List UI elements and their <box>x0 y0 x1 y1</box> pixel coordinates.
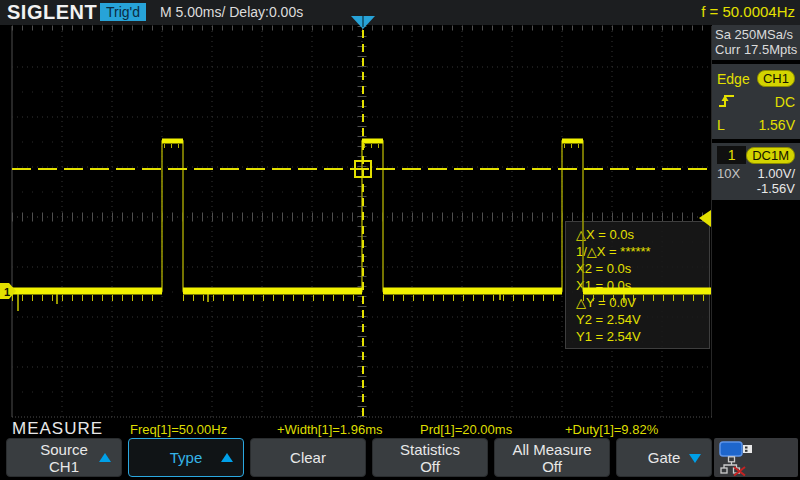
menu-button-label: Type <box>170 449 203 466</box>
oscilloscope-screen: △X = 0.0s1/△X = ******X2 = 0.0sX1 = 0.0s… <box>0 0 800 480</box>
menu-button-statistics[interactable]: StatisticsOff <box>372 438 488 477</box>
channel-coupling-badge: DC1M <box>746 147 795 164</box>
menu-button-clear[interactable]: Clear <box>250 438 366 477</box>
menu-button-label: Gate <box>648 449 681 466</box>
menu-button-label: All Measure <box>512 441 591 458</box>
cursor-readout-line: Y2 = 2.54V <box>576 311 709 328</box>
menu-button-gate[interactable]: Gate <box>616 438 712 477</box>
down-arrow-icon <box>689 454 701 463</box>
up-arrow-icon <box>221 453 233 462</box>
channel-panel: 1 DC1M 10X 1.00V/ -1.56V <box>712 143 800 200</box>
memory-depth: Curr 17.5Mpts <box>715 42 797 57</box>
sample-rate: Sa 250MSa/s <box>715 27 797 42</box>
measurement-item: +Width[1]=1.96ms <box>277 422 383 437</box>
trigger-panel: Edge CH1 DC L 1.56V <box>712 64 800 139</box>
cursor-readout-panel: △X = 0.0s1/△X = ******X2 = 0.0sX1 = 0.0s… <box>565 221 710 349</box>
trigger-source-badge: CH1 <box>757 70 795 87</box>
menu-button-label: Statistics <box>400 441 460 458</box>
trigger-level-value: 1.56V <box>758 117 795 133</box>
vertical-offset: -1.56V <box>717 181 795 197</box>
measurement-item: Freq[1]=50.00Hz <box>130 422 227 437</box>
sidebar: Sa 250MSa/s Curr 17.5Mpts Edge CH1 DC L … <box>712 25 800 437</box>
menu-button-label: Source <box>40 441 88 458</box>
menu-button-all-measure[interactable]: All MeasureOff <box>494 438 610 477</box>
channel-number: 1 <box>717 146 746 164</box>
graticule <box>0 0 712 418</box>
softkey-menu: SourceCH1TypeClearStatisticsOffAll Measu… <box>0 438 800 480</box>
cursor-readout-line: X1 = 0.0s <box>576 277 709 294</box>
status-icon-panel <box>714 438 798 477</box>
menu-button-label: Clear <box>290 449 326 466</box>
cursor-readout-line: Y1 = 2.54V <box>576 328 709 345</box>
menu-button-type[interactable]: Type <box>128 438 244 477</box>
menu-button-sublabel: CH1 <box>49 458 79 475</box>
acquisition-panel: Sa 250MSa/s Curr 17.5Mpts <box>712 25 800 60</box>
probe-attenuation: 10X <box>717 166 740 181</box>
cursor-readout-line: △Y = 0.0V <box>576 294 709 311</box>
cursor-readout-line: X2 = 0.0s <box>576 260 709 277</box>
menu-button-sublabel: Off <box>420 458 440 475</box>
measurement-item: Prd[1]=20.00ms <box>420 422 512 437</box>
vertical-scale: 1.00V/ <box>757 166 795 181</box>
trigger-mode: Edge <box>717 71 750 87</box>
menu-button-sublabel: Off <box>542 458 562 475</box>
trigger-level-label: L <box>717 117 725 133</box>
cursor-readout-line: 1/△X = ****** <box>576 243 709 260</box>
frequency-counter: f = 50.0004Hz <box>701 3 795 20</box>
cursor-readout-line: △X = 0.0s <box>576 226 709 243</box>
up-arrow-icon <box>99 453 111 462</box>
rising-edge-icon <box>717 91 737 112</box>
measure-bar: MEASURE Freq[1]=50.00Hz+Width[1]=1.96msP… <box>0 418 712 438</box>
trigger-coupling: DC <box>775 94 795 110</box>
lan-disconnected-icon <box>720 456 748 480</box>
measurement-item: +Duty[1]=9.82% <box>565 422 658 437</box>
menu-button-source[interactable]: SourceCH1 <box>6 438 122 477</box>
measure-title: MEASURE <box>12 419 103 439</box>
